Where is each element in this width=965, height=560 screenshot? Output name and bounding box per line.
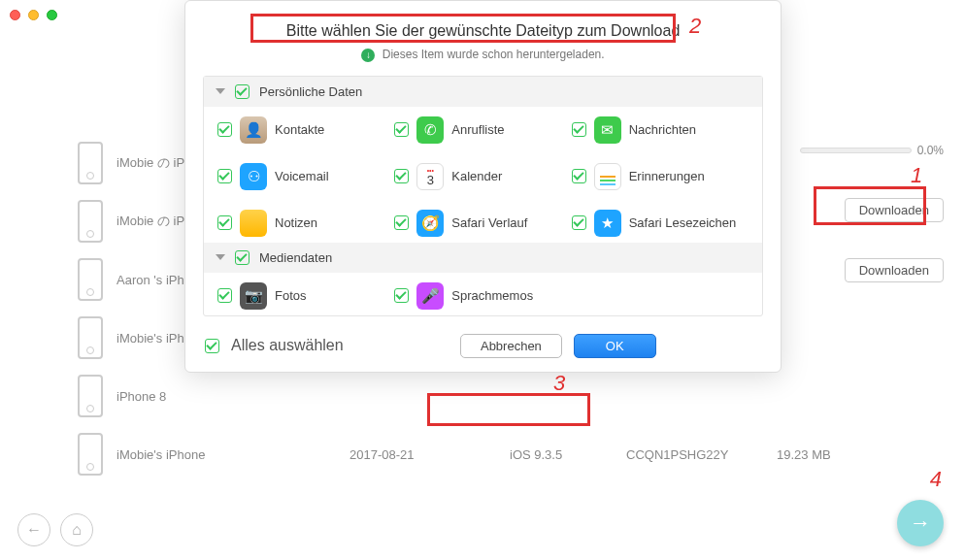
ok-button[interactable]: OK <box>574 334 656 358</box>
item-reminders[interactable]: Erinnerungen <box>572 163 749 190</box>
item-notes[interactable]: Notizen <box>217 210 394 237</box>
mic-icon: 🎤 <box>416 282 444 310</box>
checkbox[interactable] <box>235 84 250 99</box>
item-messages[interactable]: ✉Nachrichten <box>572 116 749 144</box>
checkbox[interactable] <box>394 169 409 183</box>
annotation-number: 2 <box>689 14 701 39</box>
phone-icon <box>78 142 103 184</box>
reminders-icon <box>594 163 621 190</box>
checkbox[interactable] <box>572 122 586 137</box>
phone-icon <box>78 258 103 301</box>
datatype-modal: Bitte wählen Sie der gewünschte Dateityp… <box>184 0 782 373</box>
home-button[interactable]: ⌂ <box>60 513 93 546</box>
downloaded-icon: ↓ <box>361 49 375 62</box>
annotation-number: 3 <box>553 371 565 396</box>
item-label: Kontakte <box>275 122 324 137</box>
phone-icon <box>78 200 103 243</box>
table-row[interactable]: iPhone 8 <box>78 375 946 417</box>
chevron-down-icon <box>216 88 225 94</box>
backup-size: 19.23 MB <box>777 447 831 462</box>
section-label: Persönliche Daten <box>259 84 362 99</box>
camera-icon: 📷 <box>240 282 267 310</box>
item-label: Voicemail <box>275 169 329 183</box>
item-voicememos[interactable]: 🎤Sprachmemos <box>394 282 571 310</box>
select-all-label: Alles auswählen <box>231 337 344 354</box>
backup-date: 2017-08-21 <box>349 447 415 462</box>
item-safari-history[interactable]: 🧭Safari Verlauf <box>394 210 571 237</box>
item-label: Fotos <box>275 288 307 303</box>
phone-icon: ✆ <box>416 116 444 144</box>
next-button[interactable]: → <box>897 500 944 546</box>
progress-pct: 0.0% <box>917 144 944 157</box>
cancel-button[interactable]: Abbrechen <box>460 334 562 358</box>
bottom-nav: ← ⌂ <box>17 513 93 546</box>
item-label: Safari Lesezeichen <box>629 215 737 230</box>
checkbox[interactable] <box>217 215 232 230</box>
item-label: Anrufliste <box>451 122 504 137</box>
phone-icon <box>78 316 103 359</box>
ios-version: iOS 9.3.5 <box>510 447 562 462</box>
section-media[interactable]: Mediendaten <box>204 243 762 273</box>
voicemail-icon: ⚇ <box>240 163 267 190</box>
safari-icon: 🧭 <box>416 210 444 237</box>
device-name: iPhone 8 <box>116 389 291 404</box>
checkbox[interactable] <box>572 215 586 230</box>
item-label: Notizen <box>275 215 317 230</box>
bookmark-icon: ★ <box>594 210 621 237</box>
message-icon: ✉ <box>594 116 621 144</box>
checkbox[interactable] <box>217 169 232 183</box>
phone-icon <box>78 433 103 476</box>
section-label: Mediendaten <box>259 250 332 265</box>
section-personal[interactable]: Persönliche Daten <box>204 77 762 107</box>
checkbox[interactable] <box>572 169 586 183</box>
item-photos[interactable]: 📷Fotos <box>217 282 394 310</box>
item-label: Erinnerungen <box>629 169 705 183</box>
annotation-number: 1 <box>911 163 922 188</box>
back-button[interactable]: ← <box>17 513 50 546</box>
checkbox[interactable] <box>394 215 409 230</box>
calendar-icon: •••3 <box>416 163 444 190</box>
modal-subtitle: ↓ Dieses Item wurde schon heruntergelade… <box>185 48 781 62</box>
item-label: Nachrichten <box>629 122 696 137</box>
checkbox[interactable] <box>235 250 250 265</box>
notes-icon <box>240 210 267 237</box>
item-label: Kalender <box>451 169 502 183</box>
item-calendar[interactable]: •••3Kalender <box>394 163 571 190</box>
checkbox-select-all[interactable] <box>205 339 219 353</box>
device-name: iMobie's iPhone <box>116 447 291 462</box>
device-udid: CCQN1PSHG22Y <box>626 447 728 462</box>
chevron-down-icon <box>216 254 225 260</box>
item-label: Sprachmemos <box>451 288 533 303</box>
phone-icon <box>78 375 103 417</box>
item-calls[interactable]: ✆Anrufliste <box>394 116 571 144</box>
checkbox[interactable] <box>394 122 409 137</box>
checkbox[interactable] <box>217 122 232 137</box>
progress-bar <box>800 148 912 153</box>
contacts-icon: 👤 <box>240 116 267 144</box>
item-contacts[interactable]: 👤Kontakte <box>217 116 394 144</box>
type-panel: Persönliche Daten 👤Kontakte ✆Anrufliste … <box>203 76 763 316</box>
checkbox[interactable] <box>217 288 232 303</box>
item-safari-bookmarks[interactable]: ★Safari Lesezeichen <box>572 210 749 237</box>
annotation-number: 4 <box>930 467 942 492</box>
checkbox[interactable] <box>394 288 409 303</box>
download-button[interactable]: Downloaden <box>845 198 944 222</box>
item-voicemail[interactable]: ⚇Voicemail <box>217 163 394 190</box>
item-label: Safari Verlauf <box>451 215 527 230</box>
table-row[interactable]: iMobie's iPhone 2017-08-21 iOS 9.3.5 CCQ… <box>78 433 946 476</box>
download-button[interactable]: Downloaden <box>845 258 944 282</box>
already-text: Dieses Item wurde schon heruntergeladen. <box>383 48 605 61</box>
